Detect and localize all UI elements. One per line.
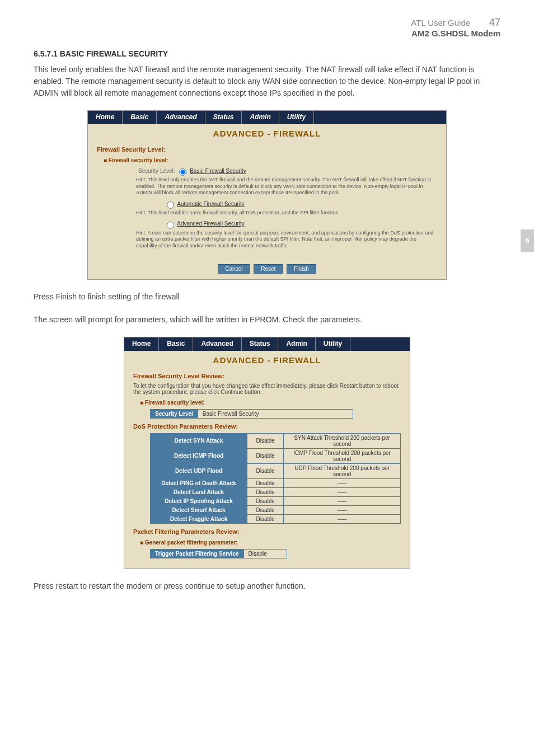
section-heading: 6.5.7.1 BASIC FIREWALL SECURITY <box>34 49 500 58</box>
tab-advanced-2[interactable]: Advanced <box>193 337 241 351</box>
radio-basic[interactable] <box>179 168 186 176</box>
dos-row-note: ----- <box>284 514 401 523</box>
review-label: Firewall Security Level Review: <box>133 373 401 379</box>
button-row: Cancel Reset Finish <box>88 259 446 279</box>
dos-row-note: ----- <box>284 505 401 514</box>
intro-paragraph: This level only enables the NAT firewall… <box>34 64 500 99</box>
dos-row-name: Detect ICMP Flood <box>151 448 247 463</box>
finish-button[interactable]: Finish <box>287 264 316 274</box>
screen-title-2: ADVANCED - FIREWALL <box>124 351 410 367</box>
tab-admin[interactable]: Admin <box>242 111 279 124</box>
dos-row-note: ----- <box>284 487 401 496</box>
packet-review-label: Packet Filtering Parameters Review: <box>133 528 401 535</box>
hint-automatic: Hint: This level enables basic firewall … <box>136 210 437 217</box>
dos-row-name: Detect PING of Death Attack <box>151 478 247 487</box>
tab-advanced[interactable]: Advanced <box>157 111 205 124</box>
dos-row-name: Detect SYN Attack <box>151 433 247 448</box>
press-restart-text: Press restart to restart the modem or pr… <box>34 580 500 592</box>
dos-row-status: Disable <box>247 514 284 523</box>
dos-row-name: Detect IP Spoofing Attack <box>151 496 247 505</box>
hint-advanced: Hint: A user can determine the security … <box>136 230 437 250</box>
security-level-header: Security Level <box>151 409 198 418</box>
dos-row-status: Disable <box>247 448 284 463</box>
guide-title: ATL User Guide <box>411 18 470 27</box>
dos-row-note: SYN Attack Threshold 200 packets per sec… <box>284 433 401 448</box>
dos-row-status: Disable <box>247 505 284 514</box>
reset-button[interactable]: Reset <box>254 264 283 274</box>
review-bullet-1: Firewall security level: <box>140 400 401 406</box>
tab-home-2[interactable]: Home <box>124 337 159 351</box>
trigger-value: Disable <box>243 549 287 558</box>
radio-advanced-label: Advanced Firewall Security <box>177 220 245 227</box>
dos-row-note: ICMP Flood Threshold 200 packets per sec… <box>284 448 401 463</box>
tab-basic-2[interactable]: Basic <box>159 337 193 351</box>
dos-row-status: Disable <box>247 433 284 448</box>
radio-automatic[interactable] <box>167 201 174 209</box>
review-bullet-2: General packet filtering parameter: <box>140 539 401 546</box>
press-finish-text: Press Finish to finish setting of the fi… <box>34 291 500 303</box>
screenshot-firewall-level: Home Basic Advanced Status Admin Utility… <box>87 110 447 280</box>
screenshot-review: Home Basic Advanced Status Admin Utility… <box>124 337 410 569</box>
model-name: AM2 G.SHDSL Modem <box>411 29 500 38</box>
dos-row-name: Detect Fraggle Attack <box>151 514 247 523</box>
radio-automatic-label: Automatic Firewall Security <box>177 201 245 207</box>
dos-row-status: Disable <box>247 463 284 478</box>
nav-tabs: Home Basic Advanced Status Admin Utility <box>88 111 446 124</box>
radio-advanced[interactable] <box>167 222 174 229</box>
dos-row-note: ----- <box>284 496 401 505</box>
dos-row-status: Disable <box>247 487 284 496</box>
radio-basic-label: Basic Firewall Security <box>190 168 246 174</box>
trigger-table: Trigger Packet Filtering Service Disable <box>150 549 287 558</box>
hint-basic: Hint: This level only enables the NAT fi… <box>136 177 437 196</box>
tab-status-2[interactable]: Status <box>242 337 279 351</box>
dos-row-status: Disable <box>247 496 284 505</box>
tab-spacer <box>314 111 446 124</box>
dos-row-note: UDP Flood Threshold 200 packets per seco… <box>284 463 401 478</box>
dos-review-label: DoS Protection Parameters Review: <box>133 423 401 430</box>
tab-utility[interactable]: Utility <box>279 111 314 124</box>
security-level-table: Security Level Basic Firewall Security <box>150 409 353 419</box>
dos-row-name: Detect Smurf Attack <box>151 505 247 514</box>
security-level-label: Security Level: <box>138 168 175 174</box>
tab-status[interactable]: Status <box>205 111 242 124</box>
dos-table: Detect SYN AttackDisableSYN Attack Thres… <box>150 433 401 524</box>
security-level-value: Basic Firewall Security <box>198 409 353 418</box>
review-text: To let the configuration that you have c… <box>133 383 401 395</box>
nav-tabs-2: Home Basic Advanced Status Admin Utility <box>124 337 410 351</box>
dos-row-note: ----- <box>284 478 401 487</box>
firewall-level-bullet: Firewall security level: <box>104 157 437 163</box>
chapter-side-tab: 6 <box>521 229 534 252</box>
trigger-header: Trigger Packet Filtering Service <box>151 549 244 558</box>
dos-row-name: Detect Land Attack <box>151 487 247 496</box>
dos-row-status: Disable <box>247 478 284 487</box>
cancel-button[interactable]: Cancel <box>218 264 250 274</box>
dos-row-name: Detect UDP Flood <box>151 463 247 478</box>
tab-basic[interactable]: Basic <box>123 111 157 124</box>
tab-home[interactable]: Home <box>88 111 123 124</box>
page-number: 47 <box>489 17 500 28</box>
screen-title: ADVANCED - FIREWALL <box>88 124 446 140</box>
page-header: ATL User Guide 47 AM2 G.SHDSL Modem <box>34 17 500 38</box>
tab-admin-2[interactable]: Admin <box>278 337 315 351</box>
prompt-text: The screen will prompt for parameters, w… <box>34 314 500 326</box>
tab-utility-2[interactable]: Utility <box>316 337 350 351</box>
firewall-level-label: Firewall Security Level: <box>97 146 437 153</box>
